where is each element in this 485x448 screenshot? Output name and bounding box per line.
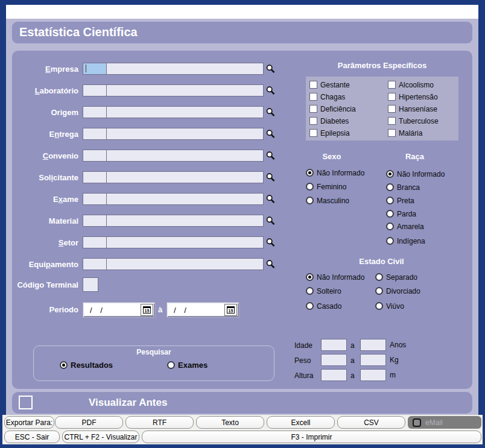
empresa-text-input[interactable] (106, 63, 264, 75)
estado-civil-option-nao-informado[interactable]: Não Informado (306, 273, 364, 282)
peso-to-input[interactable] (360, 354, 386, 366)
visualizar-antes-label: Visualizar Antes (89, 397, 167, 409)
empresa-code-input[interactable] (83, 63, 107, 75)
equipamento-text-input[interactable] (106, 258, 264, 270)
altura-to-input[interactable] (360, 369, 386, 381)
calendar-icon: 15 (143, 306, 151, 314)
peso-from-input[interactable] (321, 354, 347, 366)
entrega-code-input[interactable] (83, 128, 107, 140)
setor-text-input[interactable] (106, 236, 264, 248)
application-window: Estatística Científica Empresa Laboratór… (0, 0, 485, 448)
checkbox-icon (388, 129, 396, 137)
setor-label: Setor (15, 238, 78, 247)
rtf-button[interactable]: RTF (125, 416, 194, 429)
estado-civil-option-viuvo[interactable]: Viúvo (375, 301, 404, 311)
exportar-para-button[interactable]: Exportar Para: (4, 416, 54, 429)
idade-to-input[interactable] (360, 339, 386, 351)
equipamento-search-icon[interactable] (265, 259, 276, 270)
excell-button[interactable]: Excell (267, 416, 335, 429)
texto-button[interactable]: Texto (196, 416, 264, 429)
convenio-text-input[interactable] (106, 150, 264, 162)
altura-from-input[interactable] (321, 369, 347, 381)
material-search-icon[interactable] (265, 216, 276, 226)
checkbox-chagas[interactable]: Chagas (309, 92, 345, 101)
convenio-code-input[interactable] (83, 150, 107, 162)
checkbox-label: Epilepsia (320, 129, 350, 137)
raca-option-nao-informado[interactable]: Não Informado (386, 169, 445, 178)
periodo-date-from: 15 (83, 303, 155, 317)
exame-search-icon[interactable] (265, 194, 276, 204)
estado-civil-option-divorciado[interactable]: Divorciado (375, 286, 420, 295)
raca-option-preta[interactable]: Preta (386, 196, 414, 205)
visualizar-antes-checkbox[interactable] (19, 396, 33, 409)
codigo-terminal-input[interactable] (83, 277, 98, 292)
checkbox-alcoolismo[interactable]: Alcoolismo (388, 80, 434, 89)
origem-code-input[interactable] (83, 106, 107, 118)
exame-text-input[interactable] (106, 193, 264, 205)
sexo-option-feminino[interactable]: Feminino (306, 182, 346, 191)
checkbox-gestante[interactable]: Gestante (309, 80, 350, 89)
checkbox-malaria[interactable]: Malária (388, 128, 422, 137)
estado-civil-option-separado[interactable]: Separado (375, 273, 417, 282)
material-code-input[interactable] (83, 215, 107, 227)
entrega-text-input[interactable] (106, 128, 264, 140)
esc-sair-button[interactable]: ESC - Sair (4, 431, 60, 443)
checkbox-label: Deficiência (320, 105, 356, 113)
checkbox-deficiencia[interactable]: Deficiência (309, 104, 356, 113)
equipamento-code-input[interactable] (83, 258, 107, 270)
checkbox-label: Malária (399, 129, 422, 137)
setor-code-input[interactable] (83, 236, 107, 248)
radio-icon (167, 361, 175, 369)
parametros-panel: Gestante Chagas Deficiência Diabetes Epi… (306, 77, 458, 140)
convenio-search-icon[interactable] (265, 151, 276, 161)
f3-imprimir-button[interactable]: F3 - Imprimir (142, 431, 481, 443)
estado-civil-option-label: Solteiro (317, 287, 341, 295)
periodo-to-calendar-button[interactable]: 15 (224, 304, 237, 316)
checkbox-label: Hipertensão (399, 93, 438, 101)
raca-title: Raça (386, 152, 443, 161)
entrega-search-icon[interactable] (265, 129, 276, 139)
laboratorio-search-icon[interactable] (265, 86, 276, 96)
equipamento-label: Equipamento (15, 260, 78, 269)
raca-option-branca[interactable]: Branca (386, 183, 420, 192)
ctrl-f2-visualizar-button[interactable]: CTRL + F2 - Visualizar (62, 431, 139, 443)
empresa-search-icon[interactable] (265, 64, 276, 74)
checkbox-hipertensao[interactable]: Hipertensão (388, 92, 438, 101)
checkbox-epilepsia[interactable]: Epilepsia (309, 128, 350, 137)
radio-icon (60, 361, 68, 369)
origem-search-icon[interactable] (265, 107, 276, 118)
laboratorio-text-input[interactable] (106, 84, 264, 96)
origem-text-input[interactable] (106, 106, 264, 118)
checkbox-hanseniase[interactable]: Hanseníase (388, 104, 437, 113)
estado-civil-option-casado[interactable]: Casado (306, 301, 341, 311)
raca-option-parda[interactable]: Parda (386, 209, 416, 218)
origem-label: Origem (15, 108, 78, 117)
raca-option-indigena[interactable]: Indígena (386, 236, 425, 245)
checkbox-label: Hanseníase (399, 105, 437, 113)
email-toggle[interactable]: eMail (408, 416, 481, 429)
periodo-date-from-input[interactable] (84, 304, 141, 316)
raca-option-amarela[interactable]: Amarela (386, 222, 424, 231)
setor-search-icon[interactable] (265, 238, 276, 248)
pesquisar-option-exames[interactable]: Exames (167, 361, 208, 370)
periodo-from-calendar-button[interactable]: 15 (141, 304, 153, 316)
idade-from-input[interactable] (321, 339, 347, 351)
checkbox-tuberculose[interactable]: Tuberculose (388, 116, 439, 125)
material-text-input[interactable] (106, 215, 264, 227)
estado-civil-option-solteiro[interactable]: Solteiro (306, 286, 341, 295)
csv-button[interactable]: CSV (337, 416, 405, 429)
pdf-button[interactable]: PDF (55, 416, 123, 429)
radio-icon (386, 197, 394, 204)
solicitante-text-input[interactable] (106, 171, 264, 183)
exame-code-input[interactable] (83, 193, 107, 205)
pesquisar-option-resultados[interactable]: Resultados (60, 361, 113, 370)
sexo-option-masculino[interactable]: Masculino (306, 196, 349, 205)
sexo-option-nao-informado[interactable]: Não Informado (306, 168, 364, 177)
raca-option-label: Não Informado (397, 170, 445, 178)
laboratorio-code-input[interactable] (83, 84, 107, 96)
periodo-date-to-input[interactable] (168, 304, 224, 316)
solicitante-code-input[interactable] (83, 171, 107, 183)
altura-unit: m (390, 371, 396, 379)
checkbox-diabetes[interactable]: Diabetes (309, 116, 349, 125)
solicitante-search-icon[interactable] (265, 172, 276, 183)
